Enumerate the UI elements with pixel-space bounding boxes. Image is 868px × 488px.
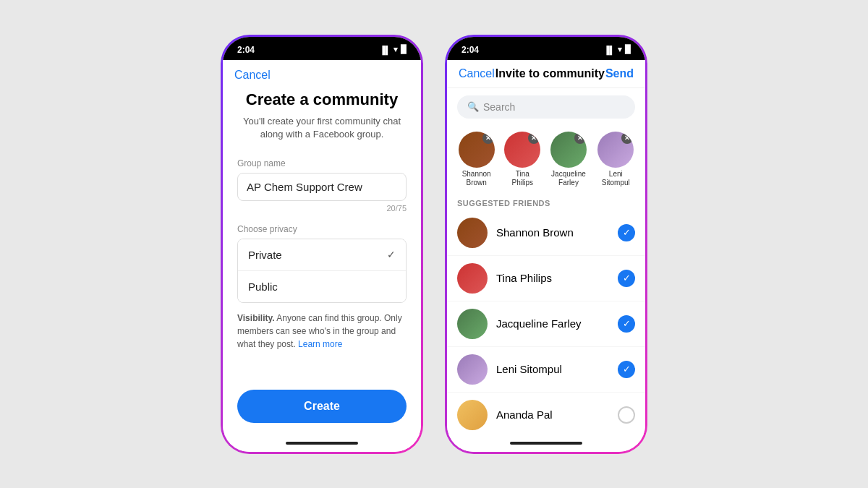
friend-selected-check[interactable]: ✓: [618, 270, 635, 287]
left-nav-bar: Cancel: [223, 60, 421, 90]
left-home-bar: [286, 442, 358, 445]
friend-avatar: [457, 263, 488, 294]
friend-selected-check[interactable]: ✓: [618, 224, 635, 241]
selected-avatar-wrap[interactable]: ✕Leni Sitompul: [597, 132, 635, 187]
right-phone: 2:04 ▐▌ ▾ ▉ Cancel Invite to community S…: [445, 35, 647, 454]
left-status-bar: 2:04 ▐▌ ▾ ▉: [223, 37, 421, 60]
invite-title: Invite to community: [495, 67, 605, 80]
left-cancel-button[interactable]: Cancel: [234, 69, 271, 82]
friend-name: Jacqueline Farley: [496, 317, 609, 330]
search-placeholder-text: Search: [483, 101, 515, 113]
selected-avatar-name: Leni Sitompul: [597, 170, 635, 187]
selected-avatar-name: Tina Philips: [504, 170, 540, 187]
private-option[interactable]: Private ✓: [238, 239, 406, 271]
group-name-input[interactable]: [237, 173, 407, 201]
public-label: Public: [248, 281, 278, 293]
friends-list: Shannon Brown✓Tina Philips✓Jacqueline Fa…: [447, 210, 645, 437]
send-button[interactable]: Send: [605, 67, 634, 80]
friend-name: Ananda Pal: [496, 408, 609, 421]
selected-avatar: ✕: [597, 132, 634, 168]
right-status-icons: ▐▌ ▾ ▉: [603, 45, 631, 54]
privacy-label: Choose privacy: [237, 224, 407, 234]
r-battery-icon: ▉: [625, 45, 631, 54]
group-name-section: Group name 20/75: [237, 158, 407, 213]
friend-selected-check[interactable]: ✓: [618, 315, 635, 333]
friend-avatar: [457, 309, 488, 339]
friend-list-item[interactable]: Shannon Brown✓: [447, 210, 645, 256]
signal-icon: ▐▌: [379, 46, 391, 54]
remove-avatar-button[interactable]: ✕: [621, 132, 633, 144]
search-bar[interactable]: 🔍 Search: [457, 95, 635, 119]
create-community-title: Create a community: [237, 90, 407, 109]
right-time: 2:04: [461, 45, 479, 55]
invite-nav-bar: Cancel Invite to community Send: [447, 60, 645, 88]
visibility-text: Visibility. Anyone can find this group. …: [237, 312, 407, 351]
right-screen: Cancel Invite to community Send 🔍 Search…: [447, 60, 645, 437]
learn-more-link[interactable]: Learn more: [298, 339, 342, 349]
search-icon: 🔍: [467, 101, 479, 112]
friend-selected-check[interactable]: ✓: [618, 361, 635, 378]
friend-list-item[interactable]: Jacqueline Farley✓: [447, 301, 645, 347]
right-home-indicator: [447, 437, 645, 452]
selected-avatar: ✕: [504, 132, 540, 168]
selected-avatar-name: Shannon Brown: [457, 170, 495, 187]
friend-list-item[interactable]: Leni Sitompul✓: [447, 347, 645, 393]
privacy-section: Choose privacy Private ✓ Public Visibili…: [237, 224, 407, 351]
remove-avatar-button[interactable]: ✕: [482, 132, 494, 144]
group-name-label: Group name: [237, 158, 407, 168]
selected-avatar-name: Jacqueline Farley: [549, 170, 587, 187]
phones-container: 2:04 ▐▌ ▾ ▉ Cancel Create a community Yo…: [221, 35, 647, 454]
friend-unselected-check[interactable]: [618, 406, 635, 424]
friend-avatar: [457, 218, 488, 248]
r-wifi-icon: ▾: [618, 45, 622, 54]
right-cancel-button[interactable]: Cancel: [459, 67, 495, 80]
selected-avatar-wrap[interactable]: ✕Jacqueline Farley: [549, 132, 587, 187]
friend-name: Shannon Brown: [496, 226, 609, 239]
remove-avatar-button[interactable]: ✕: [528, 132, 540, 144]
char-count: 20/75: [237, 204, 407, 213]
friend-name: Leni Sitompul: [496, 363, 609, 375]
left-home-indicator: [223, 437, 421, 452]
private-checkmark: ✓: [387, 249, 396, 260]
left-bottom-area: Create: [223, 381, 421, 437]
friend-list-item[interactable]: Tina Philips✓: [447, 256, 645, 301]
friend-list-item[interactable]: Ananda Pal: [447, 393, 645, 437]
right-home-bar: [510, 442, 582, 445]
selected-avatar-wrap[interactable]: ✕Tina Philips: [504, 132, 540, 187]
left-phone: 2:04 ▐▌ ▾ ▉ Cancel Create a community Yo…: [221, 35, 423, 454]
left-status-icons: ▐▌ ▾ ▉: [379, 45, 407, 54]
public-option[interactable]: Public: [238, 271, 406, 302]
privacy-options: Private ✓ Public: [237, 239, 407, 303]
remove-avatar-button[interactable]: ✕: [574, 132, 586, 144]
left-content: Create a community You'll create your fi…: [223, 90, 421, 381]
friend-avatar: [457, 400, 488, 430]
selected-avatar-wrap[interactable]: ✕Shannon Brown: [457, 132, 495, 187]
right-status-bar: 2:04 ▐▌ ▾ ▉: [447, 37, 645, 60]
friend-avatar: [457, 354, 488, 385]
wifi-icon: ▾: [393, 45, 398, 54]
selected-avatars-row: ✕Shannon Brown✕Tina Philips✕Jacqueline F…: [447, 126, 645, 194]
friend-name: Tina Philips: [496, 272, 609, 284]
left-screen: Cancel Create a community You'll create …: [223, 60, 421, 437]
left-time: 2:04: [237, 45, 255, 55]
suggested-friends-label: SUGGESTED FRIENDS: [447, 194, 645, 210]
selected-avatar: ✕: [550, 132, 587, 168]
create-button[interactable]: Create: [237, 390, 407, 423]
create-community-subtitle: You'll create your first community chat …: [237, 115, 407, 141]
selected-avatar: ✕: [459, 132, 495, 168]
r-signal-icon: ▐▌: [603, 46, 615, 54]
private-label: Private: [248, 249, 282, 261]
battery-icon: ▉: [401, 45, 407, 54]
